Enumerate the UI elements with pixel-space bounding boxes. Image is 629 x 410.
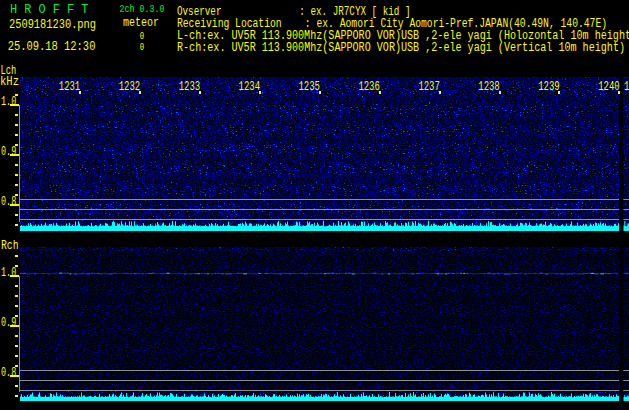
svg-text:1237: 1237 — [418, 79, 439, 94]
svg-text:0.9: 0.9 — [1, 315, 16, 330]
svg-text:kHz: kHz — [0, 75, 19, 89]
svg-text:H R O F F T: H R O F F T — [10, 2, 89, 17]
svg-text:1.0: 1.0 — [1, 265, 16, 280]
svg-text:1.0: 1.0 — [1, 94, 16, 109]
svg-text:0.8: 0.8 — [1, 194, 16, 209]
svg-text:0.8: 0.8 — [1, 365, 16, 380]
svg-text:1240: 1240 — [598, 79, 619, 94]
svg-text:0.9: 0.9 — [1, 144, 16, 159]
svg-text:1235: 1235 — [299, 79, 320, 94]
svg-text:Rch: Rch — [1, 239, 19, 253]
svg-text:1239: 1239 — [538, 79, 559, 94]
svg-text:1234: 1234 — [239, 79, 261, 94]
svg-text:2ch 0.3.0: 2ch 0.3.0 — [120, 3, 165, 15]
svg-text:2509181230.png: 2509181230.png — [9, 18, 96, 32]
svg-text:1233: 1233 — [179, 79, 200, 94]
svg-text:1232: 1232 — [119, 79, 140, 94]
svg-text:1241: 1241 — [624, 79, 629, 94]
svg-text:1231: 1231 — [59, 79, 81, 94]
svg-text:1238: 1238 — [478, 79, 499, 94]
svg-text:1236: 1236 — [358, 79, 379, 94]
svg-text:25.09.18 12:30: 25.09.18 12:30 — [8, 40, 96, 54]
svg-text:meteor: meteor — [123, 16, 159, 30]
svg-text:R-ch:ex. UV5R 113.900Mhz(SAPPO: R-ch:ex. UV5R 113.900Mhz(SAPPORO VOR)USB… — [177, 41, 625, 55]
svg-text:0: 0 — [140, 40, 144, 53]
